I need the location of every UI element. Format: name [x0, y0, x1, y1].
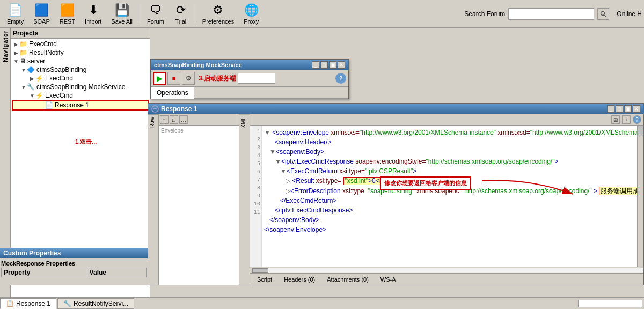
resp-restore[interactable]: ▣ — [624, 105, 632, 113]
response-title: Response 1 — [151, 105, 197, 113]
vertical-scrollbar-right[interactable] — [637, 126, 643, 267]
tree-node-mockservice[interactable]: ▼ 🔧 ctmsSoapBinding MockService — [12, 83, 149, 91]
toolbar-rest[interactable]: 🟧 REST — [55, 2, 80, 26]
minimize-button[interactable]: _ — [312, 61, 319, 69]
tree-node-execCmd[interactable]: ▶ 📁 ExecCmd — [12, 40, 149, 48]
line-numbers: 1234567891011 — [250, 126, 262, 267]
resp-minimize[interactable]: _ — [607, 105, 614, 113]
xml-line-1: ▼ <soapenv:Envelope xmlns:xs="http://www… — [264, 128, 635, 137]
search-button[interactable] — [597, 8, 609, 20]
tree-label: ResultNotify — [29, 49, 64, 56]
tab-wsa[interactable]: WS-A — [376, 275, 401, 284]
status-tab-response1[interactable]: 📋 Response 1 — [0, 298, 56, 309]
help-icon[interactable]: ? — [633, 115, 641, 124]
scrollbar-thumb[interactable] — [638, 126, 643, 136]
toolbar-trial[interactable]: ⟳ Trial — [169, 2, 193, 26]
forum-icon: 🗨 — [150, 3, 162, 17]
toolbar-saveall[interactable]: 💾 Save All — [106, 2, 137, 26]
stop-button[interactable]: ■ — [167, 72, 180, 85]
server-icon: 🖥 — [19, 57, 26, 65]
svg-line-1 — [604, 15, 606, 17]
search-input[interactable] — [508, 8, 594, 20]
mock-service-panel: ctmsSoapBinding MockService _ □ ▣ ✕ ▶ ■ … — [150, 59, 349, 99]
trial-label: Trial — [175, 18, 186, 25]
empty-icon: 📄 — [8, 3, 23, 17]
import-icon: ⬇ — [89, 3, 98, 17]
toolbar-right: Search Forum Online H — [464, 8, 642, 20]
tab-headers[interactable]: Headers (0) — [279, 275, 320, 284]
proxy-icon: 🌐 — [244, 3, 259, 17]
resultnotify-icon: 🔧 — [63, 300, 71, 307]
soap-icon: 🟦 — [34, 3, 49, 17]
left-side-labels: Raw — [148, 114, 159, 285]
mockresponse-props-label: MockResponse Properties — [1, 259, 147, 268]
tree-node-execCmd3[interactable]: ▼ ⚡ ExecCmd — [12, 91, 149, 100]
xml-editor-area: ⊞ + ? 1234567891011 ▼ <soapenv:Envelope … — [250, 114, 643, 285]
start-server-label: 3.启动服务端 — [199, 74, 236, 83]
mock-tabs: Operations — [151, 87, 348, 99]
horizontal-scrollbar[interactable] — [250, 267, 643, 273]
tree-node-response1[interactable]: 📄 Response 1 — [12, 100, 149, 111]
h-scrollbar-track — [268, 268, 643, 273]
toolbar-soap[interactable]: 🟦 SOAP — [28, 2, 55, 26]
xml-side-labels: XML — [239, 114, 250, 285]
tree-node-execCmd2[interactable]: ▶ ⚡ ExecCmd — [12, 74, 149, 83]
port-input[interactable] — [238, 73, 275, 84]
expand-icon: ▶ — [13, 50, 19, 56]
xml-label[interactable]: XML — [239, 114, 250, 130]
maximize-button[interactable]: □ — [320, 61, 328, 69]
xml-line-3: ▼<soapenv:Body> — [264, 147, 635, 157]
proxy-label: Proxy — [244, 18, 259, 25]
toolbar-forum[interactable]: 🗨 Forum — [142, 2, 169, 26]
resp-maximize[interactable]: □ — [616, 105, 623, 113]
custom-props-title: Custom Properties — [3, 249, 61, 257]
toolbar-btn1[interactable]: ⊞ — [611, 115, 620, 124]
xml-editor-body: 1234567891011 ▼ <soapenv:Envelope xmlns:… — [250, 126, 643, 267]
tab-script[interactable]: Script — [252, 275, 277, 284]
toolbar-separator2 — [195, 4, 195, 24]
tree-node-resultNotify[interactable]: ▶ 📁 ResultNotify — [12, 48, 149, 57]
tab-operations[interactable]: Operations — [151, 87, 194, 99]
resp-controls: _ □ ▣ ✕ — [607, 105, 640, 113]
tree-label: server — [27, 57, 45, 65]
bottom-status-bar: 📋 Response 1 🔧 ResultNotifyServi... — [0, 297, 644, 309]
mock-icon: 🔧 — [27, 83, 35, 91]
folder-icon: 📁 — [19, 40, 27, 48]
settings-button[interactable]: ⚙ — [182, 72, 195, 85]
toolbar-proxy[interactable]: 🌐 Proxy — [239, 2, 264, 26]
toolbar-btn2[interactable]: + — [622, 115, 631, 124]
start-button[interactable]: ▶ — [153, 72, 166, 85]
status-tab-resultnotify[interactable]: 🔧 ResultNotifyServi... — [57, 298, 134, 309]
response1-label: Response 1 — [16, 300, 50, 307]
annotation-doubleclick: 1,双击... — [75, 138, 97, 146]
raw-label-left[interactable]: Raw — [148, 114, 158, 130]
main-toolbar: 📄 Empty 🟦 SOAP 🟧 REST ⬇ Import 💾 Save Al… — [0, 0, 644, 28]
h-scrollbar-thumb[interactable] — [252, 268, 268, 273]
response1-icon: 📋 — [6, 300, 14, 307]
props-table: Property Value — [1, 268, 147, 277]
forum-label: Forum — [147, 18, 164, 25]
toolbar-preferences[interactable]: ⚙ Preferences — [197, 2, 239, 26]
restore-button[interactable]: ▣ — [329, 61, 336, 69]
custom-props-header: Custom Properties — [0, 248, 148, 258]
rest-icon: 🟧 — [60, 3, 75, 17]
tree-btn1[interactable]: ≡ — [160, 115, 169, 124]
xml-content[interactable]: ▼ <soapenv:Envelope xmlns:xs="http://www… — [262, 126, 637, 267]
col-value: Value — [87, 268, 146, 277]
annotation-arrow-svg — [477, 173, 584, 205]
custom-props-body: MockResponse Properties Property Value — [0, 258, 148, 278]
tree-node-ctms[interactable]: ▼ 🔷 ctmsSoapBinding — [12, 65, 149, 74]
resp-close[interactable]: ✕ — [633, 105, 640, 113]
tree-node-server[interactable]: ▼ 🖥 server — [12, 57, 149, 65]
expand-icon: ▶ — [13, 41, 19, 47]
help-button[interactable]: ? — [335, 73, 346, 84]
tab-attachments[interactable]: Attachments (0) — [322, 275, 374, 284]
tree-btn2[interactable]: □ — [170, 115, 178, 124]
expand-icon: ▼ — [20, 84, 27, 90]
success-text-highlight: 服务端调用成功 — [599, 187, 637, 195]
tree-btn3[interactable]: … — [179, 115, 188, 124]
mock-service-title: ctmsSoapBinding MockService — [154, 62, 242, 68]
toolbar-empty[interactable]: 📄 Empty — [2, 2, 28, 26]
close-button[interactable]: ✕ — [338, 61, 345, 69]
toolbar-import[interactable]: ⬇ Import — [80, 2, 106, 26]
